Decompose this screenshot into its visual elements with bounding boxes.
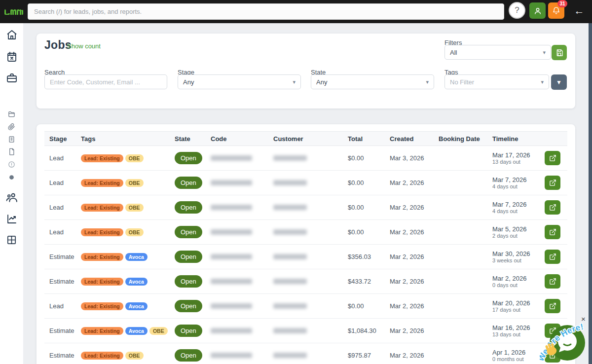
open-job-button[interactable] [545,274,560,289]
back-arrow-icon[interactable]: ← [572,4,586,18]
tags-cell: Lead: ExistingOBE [76,154,170,162]
table-row[interactable]: Lead Lead: ExistingOBE Open $0.00 Mar 2,… [44,171,567,195]
timeline-cell: Mar 7, 2026 4 days out [487,201,542,215]
table-row[interactable]: Estimate Lead: ExistingAvoca Open $433.7… [44,269,567,294]
chat-close-icon[interactable]: × [581,315,586,323]
customers-icon [5,191,18,204]
customer-cell [268,229,343,235]
sidebar-item-notes[interactable] [0,136,23,143]
column-header: Customer [268,135,343,143]
table-row[interactable]: Lead Lead: ExistingOBE Open $0.00 Mar 2,… [44,195,567,220]
sidebar-item-reports[interactable] [0,213,23,225]
save-filter-button[interactable] [552,45,567,60]
action-cell [542,250,567,264]
table-row[interactable]: Lead Lead: ExistingAvoca Open $0.00 Mar … [44,294,567,319]
state-select[interactable]: Any ▾ [311,74,434,89]
code-cell [206,353,268,358]
sidebar-item-home[interactable] [0,29,23,41]
timeline-note: 4 days out [492,183,542,190]
tags-cell: Lead: ExistingOBE [76,204,170,212]
action-cell [542,176,567,190]
show-count-link[interactable]: Show count [67,42,101,50]
tag-badge: OBE [125,154,144,162]
sidebar-item-schedule[interactable] [0,51,23,63]
tag-badge: OBE [125,204,144,212]
code-cell [206,155,268,161]
table-row[interactable]: Estimate Lead: ExistingOBE Open $975.87 … [44,343,567,364]
tags-cell: Lead: ExistingAvoca [76,302,170,310]
state-open-button[interactable]: Open [175,349,202,362]
state-open-button[interactable]: Open [175,325,202,337]
timeline-cell: Mar 2, 2026 0 days out [487,275,542,289]
column-header: Booking Date [434,135,487,143]
open-job-button[interactable] [545,151,560,165]
timeline-date: Mar 16, 2026 [492,324,542,331]
tags-expand-button[interactable]: ▼ [551,74,567,90]
external-link-icon [549,179,556,186]
code-cell [206,229,268,235]
folder-icon [8,110,15,118]
paperclip-icon [8,123,15,130]
reports-chart-icon [6,213,18,225]
redacted-code [211,205,252,210]
code-cell [206,180,268,185]
stage-cell: Lead [44,204,76,211]
open-job-button[interactable] [545,176,560,190]
open-job-button[interactable] [545,200,560,215]
lmn-logo[interactable] [4,5,25,17]
table-row[interactable]: Estimate Lead: ExistingAvoca Open $356.0… [44,245,567,269]
vertical-scrollbar[interactable] [589,23,592,364]
sidebar-item-customers[interactable] [0,191,23,204]
help-button[interactable]: ? [509,2,525,19]
total-cell: $0.00 [343,204,385,211]
created-cell: Mar 2, 2026 [385,179,434,186]
state-open-button[interactable]: Open [175,152,202,164]
created-cell: Mar 2, 2026 [385,278,434,285]
timeline-date: Mar 5, 2026 [492,225,542,233]
timeline-cell: Mar 30, 2026 3 weeks out [487,250,542,264]
column-header: Timeline [487,135,542,143]
open-job-button[interactable] [545,250,560,264]
timeline-cell: Mar 20, 2026 17 days out [487,299,542,313]
open-job-button[interactable] [545,299,560,313]
sidebar-item-apps[interactable] [0,234,23,246]
timeline-note: 13 days out [492,331,542,338]
table-row[interactable]: Estimate Lead: ExistingAvocaOBE Open $1,… [44,319,567,343]
timeline-date: Mar 2, 2026 [492,275,542,282]
filters-select[interactable]: All ▾ [444,45,551,60]
sidebar-item-files[interactable] [0,148,23,155]
state-open-button[interactable]: Open [175,226,202,238]
table-search-input[interactable] [44,74,167,89]
tags-cell: Lead: ExistingOBE [76,352,170,360]
state-open-button[interactable]: Open [175,275,202,288]
state-open-button[interactable]: Open [175,177,202,189]
column-header: Code [206,135,268,143]
timeline-note: 17 days out [492,307,542,313]
state-open-button[interactable]: Open [175,300,202,312]
sidebar-item-jobs[interactable] [0,72,23,84]
table-row[interactable]: Lead Lead: ExistingOBE Open $0.00 Mar 3,… [44,146,567,171]
timeline-note: 0 days out [492,282,542,289]
tag-badge: Lead: Existing [81,352,123,360]
home-icon [6,29,18,41]
user-button[interactable] [529,2,546,19]
total-cell: $0.00 [343,154,385,162]
global-search-input[interactable] [28,3,504,20]
state-cell: Open [170,251,206,263]
sidebar-item-attachments[interactable] [0,123,23,130]
info-circle-icon [8,161,15,168]
open-job-button[interactable] [545,225,560,239]
tags-cell: Lead: ExistingOBE [76,228,170,236]
tags-select[interactable]: No Filter ▾ [444,74,549,89]
customer-cell [268,353,343,358]
sidebar-item-folder[interactable] [0,110,23,118]
state-open-button[interactable]: Open [175,251,202,263]
stage-select[interactable]: Any ▾ [178,74,301,89]
sidebar-item-info[interactable] [0,161,23,168]
redacted-customer [273,353,307,358]
sidebar-item-status[interactable] [0,174,23,181]
table-row[interactable]: Lead Lead: ExistingOBE Open $0.00 Mar 2,… [44,220,567,245]
redacted-customer [273,254,307,259]
action-cell [542,225,567,239]
state-open-button[interactable]: Open [175,201,202,214]
